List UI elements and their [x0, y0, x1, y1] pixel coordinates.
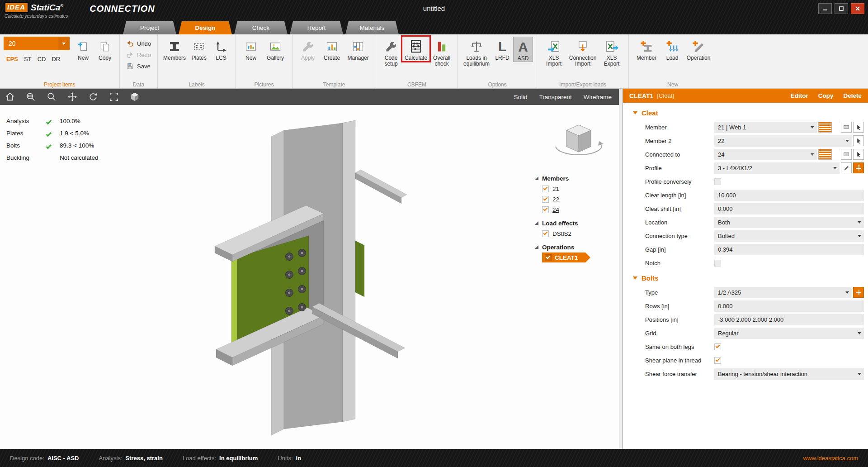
copy-operation-button[interactable]: Copy: [818, 92, 834, 99]
asd-button[interactable]: A ASD: [513, 37, 533, 62]
panel-splitter[interactable]: [619, 89, 623, 449]
notch-checkbox[interactable]: [714, 260, 721, 267]
navigation-cube[interactable]: [552, 119, 605, 164]
new-member-button[interactable]: Member: [632, 37, 660, 61]
shear-plane-checkbox[interactable]: [714, 357, 721, 364]
section-bolts[interactable]: Bolts: [623, 270, 868, 286]
profile-edit-button[interactable]: [841, 162, 852, 173]
tab-design[interactable]: Design: [179, 21, 232, 34]
tree-member-24[interactable]: 24: [542, 205, 612, 215]
zoom-window-button[interactable]: [25, 91, 36, 102]
expand-icon[interactable]: [535, 176, 538, 180]
member2-pick-button[interactable]: [853, 135, 864, 146]
selector-dropdown-arrow[interactable]: [58, 37, 69, 50]
tab-report[interactable]: Report: [290, 21, 343, 34]
project-item-selector[interactable]: 20: [4, 37, 70, 50]
mode-eps-button[interactable]: EPS: [6, 56, 18, 62]
undo-button[interactable]: Undo: [123, 38, 154, 49]
tree-member-22[interactable]: 22: [542, 194, 612, 205]
tree-load-dstls2[interactable]: DStlS2: [542, 229, 612, 239]
location-dropdown[interactable]: Both: [714, 217, 864, 228]
new-project-item-button[interactable]: New: [72, 37, 94, 61]
bolt-positions-input[interactable]: -3.000 2.000 2.000 2.000: [714, 314, 864, 325]
solid-view-button[interactable]: [129, 91, 140, 102]
overall-check-button[interactable]: Overall check: [429, 37, 454, 67]
cleat-length-input[interactable]: 10.000: [714, 190, 864, 201]
expand-icon[interactable]: [535, 245, 538, 249]
labels-lcs-button[interactable]: LCS: [210, 37, 232, 61]
connected-to-plate-button[interactable]: [841, 149, 852, 160]
new-operation-button[interactable]: Operation: [684, 37, 713, 61]
bolt-type-add-button[interactable]: [853, 287, 864, 298]
tab-check[interactable]: Check: [234, 21, 288, 34]
member-21-checkbox[interactable]: [542, 186, 549, 192]
editor-button[interactable]: Editor: [791, 92, 808, 99]
rotate-view-button[interactable]: [88, 91, 99, 102]
tab-materials[interactable]: Materials: [345, 21, 399, 34]
template-manager-button[interactable]: Manager: [344, 37, 372, 61]
maximize-button[interactable]: [835, 3, 848, 14]
collapse-icon[interactable]: [633, 111, 637, 114]
xls-import-button[interactable]: XLS Import: [541, 37, 567, 67]
minimize-button[interactable]: [818, 3, 832, 14]
mode-dr-button[interactable]: DR: [52, 56, 60, 62]
picture-gallery-button[interactable]: Gallery: [262, 37, 288, 61]
collapse-icon[interactable]: [633, 276, 637, 280]
calculate-button[interactable]: Calculate: [402, 37, 429, 61]
same-both-legs-checkbox[interactable]: [714, 343, 721, 350]
view-mode-transparent[interactable]: Transparent: [539, 94, 571, 100]
zoom-button[interactable]: [46, 91, 57, 102]
picture-new-button[interactable]: New: [240, 37, 262, 61]
labels-members-button[interactable]: Members: [161, 37, 188, 61]
tree-members-header[interactable]: Members: [535, 173, 612, 184]
view-mode-wireframe[interactable]: Wireframe: [584, 94, 612, 100]
expand-icon[interactable]: [535, 221, 538, 225]
cleat-shift-input[interactable]: 0.000: [714, 203, 864, 214]
member2-dropdown[interactable]: 22: [714, 135, 852, 147]
member-dropdown[interactable]: 21 | Web 1: [714, 122, 817, 133]
website-link[interactable]: www.ideastatica.com: [803, 455, 858, 462]
code-setup-button[interactable]: Code setup: [380, 37, 402, 67]
xls-export-button[interactable]: XLS Export: [599, 37, 625, 67]
cleat1-checkbox[interactable]: [545, 254, 552, 261]
member-plate-button[interactable]: [841, 122, 852, 133]
profile-conversely-checkbox[interactable]: [714, 178, 721, 185]
tree-load-effects-header[interactable]: Load effects: [535, 218, 612, 229]
connected-to-dropdown[interactable]: 24: [714, 149, 817, 160]
zoom-fit-button[interactable]: [108, 91, 119, 102]
connected-to-highlight-button[interactable]: [818, 149, 832, 160]
lrfd-button[interactable]: L LRFD: [491, 37, 513, 61]
template-create-button[interactable]: Create: [320, 37, 344, 61]
member-24-checkbox[interactable]: [542, 206, 549, 213]
shear-force-transfer-dropdown[interactable]: Bearing - tension/shear interaction: [714, 368, 864, 380]
member-22-checkbox[interactable]: [542, 196, 549, 203]
connected-to-pick-button[interactable]: [853, 149, 864, 160]
home-view-button[interactable]: [5, 91, 15, 102]
bolt-type-dropdown[interactable]: 1/2 A325: [714, 287, 852, 298]
connection-type-dropdown[interactable]: Bolted: [714, 230, 864, 242]
new-load-button[interactable]: Load: [660, 37, 684, 61]
tab-project[interactable]: Project: [123, 21, 176, 34]
profile-add-button[interactable]: [853, 162, 864, 173]
gap-input[interactable]: 0.394: [714, 244, 864, 255]
mode-cd-button[interactable]: CD: [38, 56, 46, 62]
pan-button[interactable]: [67, 91, 78, 102]
delete-operation-button[interactable]: Delete: [843, 92, 862, 99]
template-apply-button[interactable]: Apply: [296, 37, 320, 61]
tree-operations-header[interactable]: Operations: [535, 242, 612, 253]
view-mode-solid[interactable]: Solid: [514, 94, 527, 100]
mode-st-button[interactable]: ST: [24, 56, 32, 62]
connection-import-button[interactable]: Connection Import: [567, 37, 599, 67]
section-cleat[interactable]: Cleat: [623, 105, 868, 120]
bolt-rows-input[interactable]: 0.000: [714, 300, 864, 312]
viewport-3d-canvas[interactable]: Analysis 100.0% Plates 1.9 < 5.0% Bolts …: [0, 105, 619, 449]
close-button[interactable]: [851, 3, 864, 14]
redo-button[interactable]: Redo: [123, 50, 154, 60]
tree-member-21[interactable]: 21: [542, 184, 612, 194]
member-highlight-button[interactable]: [818, 122, 832, 133]
copy-project-item-button[interactable]: Copy: [94, 37, 116, 61]
load-dstls2-checkbox[interactable]: [542, 230, 549, 237]
profile-dropdown[interactable]: 3 - L4X4X1/2: [714, 162, 840, 174]
grid-dropdown[interactable]: Regular: [714, 328, 864, 339]
loads-equilibrium-button[interactable]: Loads in equilibrium: [462, 37, 491, 67]
